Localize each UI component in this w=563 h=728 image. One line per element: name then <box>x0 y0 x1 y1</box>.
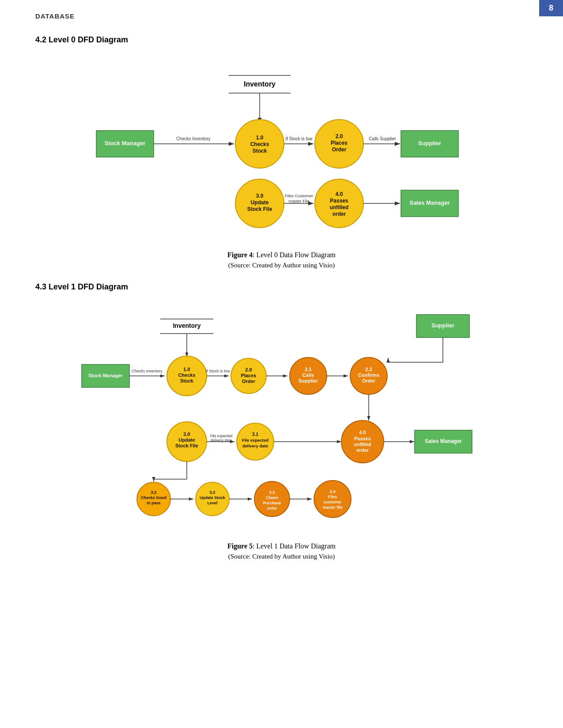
svg-text:Files: Files <box>328 495 337 499</box>
svg-text:Checks: Checks <box>250 141 269 147</box>
page-number: 8 <box>539 0 563 16</box>
svg-text:order: order <box>267 506 277 510</box>
dfd-diagram-level0: Inventory 1.0 Checks Stock Stock Manager… <box>35 58 528 243</box>
svg-text:If Stock is low: If Stock is low <box>205 369 230 373</box>
svg-text:master file: master file <box>322 505 342 510</box>
svg-text:Update Stock: Update Stock <box>200 495 226 500</box>
svg-text:Places: Places <box>241 373 256 378</box>
svg-text:Supplier: Supplier <box>431 322 454 329</box>
svg-text:2.1: 2.1 <box>305 367 311 372</box>
svg-text:Places: Places <box>330 140 347 146</box>
process-3-4 <box>314 480 351 518</box>
svg-text:Sales Manager: Sales Manager <box>409 199 450 206</box>
svg-text:unfilled: unfilled <box>354 442 371 447</box>
svg-text:Stock File: Stock File <box>247 206 272 212</box>
svg-text:Purchase: Purchase <box>263 501 281 505</box>
svg-text:3.1: 3.1 <box>252 432 258 437</box>
svg-text:3.2: 3.2 <box>151 490 156 495</box>
datastore-inventory-label-l1: Inventory <box>173 322 200 329</box>
svg-text:delivery date: delivery date <box>210 438 231 443</box>
svg-text:3.4: 3.4 <box>329 489 336 494</box>
svg-text:unfilled: unfilled <box>329 204 348 210</box>
svg-text:Stock Manager: Stock Manager <box>88 373 123 378</box>
svg-text:order: order <box>356 447 369 453</box>
svg-text:Checks Good: Checks Good <box>140 495 166 500</box>
svg-text:Update: Update <box>250 199 268 206</box>
svg-text:Order: Order <box>242 379 256 384</box>
svg-text:Clears: Clears <box>266 495 278 500</box>
svg-text:Passes: Passes <box>330 198 348 204</box>
svg-text:File expected: File expected <box>210 434 232 438</box>
svg-text:If Stock is low: If Stock is low <box>285 136 313 141</box>
svg-text:Checks Inventory: Checks Inventory <box>132 369 162 373</box>
svg-text:1.0: 1.0 <box>256 135 263 141</box>
svg-text:customer: customer <box>323 500 341 504</box>
page-header: DATABASE <box>35 12 75 20</box>
svg-text:Update: Update <box>178 437 195 443</box>
figure-4-source: (Source: Created by Author using Visio) <box>35 262 528 269</box>
svg-text:Level: Level <box>207 501 217 505</box>
svg-text:Checks Inventory: Checks Inventory <box>176 136 210 141</box>
section-heading-4-2: 4.2 Level 0 DFD Diagram <box>35 35 528 45</box>
section-heading-4-3: 4.3 Level 1 DFD Diagram <box>35 282 528 292</box>
svg-text:Supplier: Supplier <box>418 140 441 146</box>
svg-text:2.0: 2.0 <box>245 367 252 372</box>
svg-text:Stock Manager: Stock Manager <box>104 140 145 146</box>
svg-text:order: order <box>332 211 346 217</box>
figure-4-caption: Figure 4: Level 0 Data Flow Diagram <box>35 251 528 259</box>
svg-text:Checks: Checks <box>178 372 195 378</box>
svg-text:Files Customer: Files Customer <box>285 193 313 198</box>
svg-text:Calls: Calls <box>302 372 314 378</box>
svg-text:3.2: 3.2 <box>209 490 215 495</box>
svg-text:Calls Supplier: Calls Supplier <box>369 136 396 141</box>
datastore-inventory-label: Inventory <box>243 80 275 88</box>
svg-text:delivery date: delivery date <box>242 443 268 448</box>
svg-text:4.0: 4.0 <box>359 430 366 435</box>
svg-text:2.2: 2.2 <box>365 367 372 372</box>
svg-text:Order: Order <box>362 378 376 383</box>
svg-text:In pass: In pass <box>147 501 160 505</box>
svg-text:1.0: 1.0 <box>183 367 190 372</box>
svg-text:4.0: 4.0 <box>335 191 343 197</box>
svg-text:Stock File: Stock File <box>175 443 198 448</box>
svg-text:Order: Order <box>332 146 346 153</box>
figure-5-caption: Figure 5: Level 1 Data Flow Diagram <box>35 542 528 550</box>
svg-text:Stock: Stock <box>180 378 194 383</box>
svg-text:master File: master File <box>288 199 309 203</box>
figure-5-source: (Source: Created by Author using Visio) <box>35 553 528 560</box>
svg-text:3.0: 3.0 <box>256 193 263 199</box>
svg-text:3.3: 3.3 <box>269 490 275 495</box>
svg-text:Supplier: Supplier <box>298 378 318 383</box>
svg-text:Confirms: Confirms <box>358 372 379 378</box>
svg-text:3.0: 3.0 <box>183 432 190 437</box>
dfd-diagram-level1: Inventory Stock Manager Checks Inventory… <box>35 305 528 534</box>
svg-text:2.0: 2.0 <box>335 133 343 139</box>
svg-text:Passes: Passes <box>354 436 371 441</box>
svg-text:Stock: Stock <box>252 148 267 154</box>
svg-text:Sales Manager: Sales Manager <box>424 438 461 444</box>
svg-text:File expected: File expected <box>242 438 268 443</box>
